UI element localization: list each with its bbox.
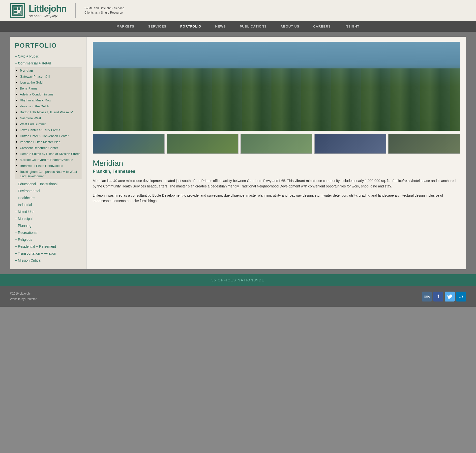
content-box: PORTFOLIO + Civic + Public − Commercial …: [10, 37, 466, 269]
nav-publications[interactable]: PUBLICATIONS: [233, 21, 274, 32]
sidebar-link-educational[interactable]: + Educational + Institutional: [15, 181, 82, 187]
sidebar-link-icon[interactable]: Icon at the Gulch: [20, 81, 44, 84]
thumbnail-5[interactable]: [388, 134, 460, 154]
list-item: Velocity in the Gulch: [20, 103, 82, 109]
list-item: Icon at the Gulch: [20, 79, 82, 85]
logo-sub: An S&ME Company: [29, 14, 66, 18]
copyright-line: ©2016 Littlejohn: [10, 291, 37, 297]
svg-rect-5: [18, 11, 20, 13]
sidebar-link-mixed-use[interactable]: + Mixed-Use: [15, 209, 82, 215]
list-item: Gateway Phase I & II: [20, 73, 82, 79]
list-item: Marriott Courtyard at Bedford Avenue: [20, 157, 82, 163]
sidebar-category-educational: + Educational + Institutional: [15, 181, 82, 187]
list-item: Meridian: [20, 67, 82, 73]
nav-insight[interactable]: INSIGHT: [338, 21, 366, 32]
sidebar-link-town-center[interactable]: Town Center at Berry Farms: [20, 128, 60, 132]
sidebar-category-mixed-use: + Mixed-Use: [15, 209, 82, 215]
svg-point-18: [188, 101, 218, 107]
thumbnail-1[interactable]: [93, 134, 165, 154]
sidebar-link-buckingham[interactable]: Buckingham Companies Nashville West End …: [20, 170, 77, 178]
nav-services[interactable]: SERVICES: [141, 21, 174, 32]
svg-rect-3: [18, 7, 20, 10]
sidebar-link-hutton[interactable]: Hutton Hotel & Convention Center: [20, 134, 69, 138]
website-credit: Website by Darkstar: [10, 297, 37, 302]
sidebar-link-marriott[interactable]: Marriott Courtyard at Bedford Avenue: [20, 158, 73, 162]
hero-scene: [93, 42, 460, 131]
nav-careers[interactable]: CAREERS: [306, 21, 338, 32]
sidebar-link-residential[interactable]: + Residential + Retirement: [15, 243, 82, 249]
nav-news[interactable]: NEWS: [208, 21, 233, 32]
list-item: Nashville West: [20, 115, 82, 121]
sidebar-link-brentwood[interactable]: Brentwood Place Renovations: [20, 164, 63, 168]
list-item: West End Summit: [20, 121, 82, 127]
svg-point-14: [221, 96, 222, 98]
sidebar-category-religious: + Religious: [15, 237, 82, 242]
svg-rect-7: [93, 86, 460, 131]
thumbnail-3[interactable]: [240, 134, 312, 154]
sidebar-link-mission[interactable]: + Mission Critical: [15, 257, 82, 263]
tagline: S&ME and Littlejohn - Serving Clients as…: [85, 6, 124, 15]
sidebar-category-residential: + Residential + Retirement: [15, 243, 82, 249]
sidebar-link-west-end[interactable]: West End Summit: [20, 122, 46, 126]
sidebar-link-berry[interactable]: Berry Farms: [20, 87, 38, 90]
sidebar-link-planning[interactable]: + Planning: [15, 223, 82, 229]
footer: ©2016 Littlejohn Website by Darkstar GSA…: [0, 286, 476, 307]
nav-portfolio[interactable]: PORTFOLIO: [173, 21, 208, 32]
list-item: Town Center at Berry Farms: [20, 127, 82, 133]
thumbnail-strip: [93, 134, 460, 154]
social-twitter-button[interactable]: [445, 292, 455, 302]
sidebar-link-healthcare[interactable]: + Healthcare: [15, 195, 82, 201]
list-item: Home 2 Suites by Hilton at Division Stre…: [20, 151, 82, 157]
sidebar-link-environmental[interactable]: + Environmental: [15, 188, 82, 194]
sidebar-link-nashville-west[interactable]: Nashville West: [20, 116, 41, 120]
hero-image: [93, 42, 460, 131]
sidebar-link-religious[interactable]: + Religious: [15, 237, 82, 242]
list-item: Burton Hills Phase I, II, and Phase IV: [20, 109, 82, 115]
sidebar-title: PORTFOLIO: [15, 42, 82, 49]
footer-copyright: ©2016 Littlejohn Website by Darkstar: [10, 291, 37, 302]
list-item: Berry Farms: [20, 85, 82, 91]
svg-point-16: [305, 93, 306, 94]
tagline-line2: Clients as a Single Resource: [85, 11, 123, 14]
nav-markets[interactable]: MARKETS: [110, 21, 141, 32]
sidebar-link-recreational[interactable]: + Recreational: [15, 230, 82, 236]
social-gsa-button[interactable]: GSA: [422, 292, 432, 302]
svg-rect-6: [93, 42, 460, 131]
sidebar-link-civic[interactable]: + Civic + Public: [15, 53, 82, 59]
sidebar-link-commercial[interactable]: − Commercial + Retail: [15, 60, 82, 66]
thumbnail-4[interactable]: [314, 134, 386, 154]
social-linkedin-button[interactable]: in: [456, 292, 466, 302]
list-item: Brentwood Place Renovations: [20, 163, 82, 169]
list-item: Adelicia Condominiums: [20, 91, 82, 97]
sidebar-link-venetian[interactable]: Venetian Suites Master Plan: [20, 140, 60, 144]
offices-bar: 35 OFFICES NATIONWIDE: [0, 274, 476, 286]
thumbnail-2[interactable]: [167, 134, 238, 154]
main-wrapper: PORTFOLIO + Civic + Public − Commercial …: [0, 32, 476, 274]
social-facebook-button[interactable]: f: [433, 292, 443, 302]
sidebar-link-gateway[interactable]: Gateway Phase I & II: [20, 75, 50, 78]
sidebar-link-municipal[interactable]: + Municipal: [15, 216, 82, 222]
sidebar-link-industrial[interactable]: + Industrial: [15, 202, 82, 208]
sidebar-link-rhythm[interactable]: Rhythm at Music Row: [20, 98, 51, 102]
sidebar-category-planning: + Planning: [15, 223, 82, 229]
sidebar-category-healthcare: + Healthcare: [15, 195, 82, 201]
list-item: Rhythm at Music Row: [20, 97, 82, 103]
sidebar-link-meridian[interactable]: Meridian: [20, 69, 33, 72]
sidebar-link-transportation[interactable]: + Transportation + Aviation: [15, 250, 82, 256]
header: Littlejohn An S&ME Company S&ME and Litt…: [0, 0, 476, 21]
sidebar-link-adelicia[interactable]: Adelicia Condominiums: [20, 92, 54, 96]
nav-about-us[interactable]: ABOUT US: [273, 21, 306, 32]
tagline-line1: S&ME and Littlejohn - Serving: [85, 6, 124, 10]
in-label: in: [459, 294, 463, 299]
sidebar-category-civic: + Civic + Public: [15, 53, 82, 59]
project-description-1: Meridian is a 40 acre mixed-use developm…: [93, 178, 460, 189]
sidebar-link-home2[interactable]: Home 2 Suites by Hilton at Division Stre…: [20, 152, 80, 156]
sidebar-link-crescent[interactable]: Crescent Resource Center: [20, 146, 58, 150]
svg-rect-9: [122, 60, 144, 100]
sidebar-link-burton[interactable]: Burton Hills Phase I, II, and Phase IV: [20, 110, 73, 114]
list-item: Crescent Resource Center: [20, 145, 82, 151]
logo-name: Littlejohn: [29, 3, 66, 14]
sidebar-category-municipal: + Municipal: [15, 216, 82, 222]
sidebar-link-velocity[interactable]: Velocity in the Gulch: [20, 104, 49, 108]
list-item: Hutton Hotel & Convention Center: [20, 133, 82, 139]
